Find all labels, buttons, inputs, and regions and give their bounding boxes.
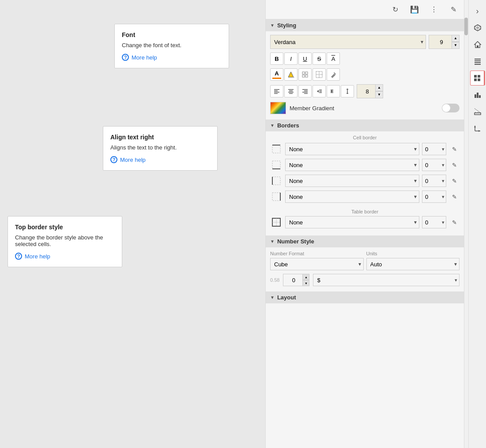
fill-color-button[interactable] — [284, 68, 298, 81]
layout-arrow-icon: ▼ — [270, 295, 275, 300]
cube-icon-button[interactable] — [470, 20, 485, 35]
border-size-3-wrapper[interactable]: 012 — [422, 175, 446, 187]
border-select-2[interactable]: NoneSolidDashed — [285, 159, 419, 171]
border-row-2: NoneSolidDashed 012 ✎ — [270, 159, 460, 171]
font-size-wrapper[interactable]: ▲ ▼ — [429, 35, 460, 49]
align-center-button[interactable] — [284, 85, 298, 97]
spacing-wrapper[interactable]: ▲ ▼ — [357, 84, 383, 98]
arrow-icon-button[interactable] — [470, 121, 485, 136]
border-size-table-wrapper[interactable]: 012 — [422, 216, 446, 228]
indent-right-icon — [330, 88, 336, 94]
indent-right-button[interactable] — [327, 85, 340, 97]
font-size-up[interactable]: ▲ — [452, 35, 460, 42]
eraser-button[interactable] — [327, 68, 340, 81]
currency-wrapper[interactable]: $€£ — [313, 274, 460, 286]
svg-marker-68 — [478, 130, 480, 132]
border-size-2-wrapper[interactable]: 012 — [422, 159, 446, 171]
cube-icon — [474, 24, 482, 32]
border-select-2-wrapper[interactable]: NoneSolidDashed — [285, 159, 419, 171]
border-select-4[interactable]: NoneSolidDashed — [285, 190, 419, 203]
strikethrough-button[interactable]: S — [313, 52, 326, 65]
border-size-3[interactable]: 012 — [422, 175, 446, 187]
border-size-1-wrapper[interactable]: 012 — [422, 143, 446, 155]
decimal-up[interactable]: ▲ — [302, 274, 309, 280]
bold-button[interactable]: B — [270, 52, 283, 65]
spacing-down[interactable]: ▼ — [375, 91, 383, 98]
more-menu-button[interactable]: ⋮ — [427, 3, 441, 17]
expand-icon-button[interactable]: › — [470, 4, 485, 19]
bar-chart-icon-button[interactable] — [470, 87, 485, 102]
text-color-button[interactable]: A — [270, 68, 283, 81]
home-icon-button[interactable] — [470, 37, 485, 52]
member-gradient-toggle[interactable] — [442, 104, 460, 112]
panel-content[interactable]: ↻ 💾 ⋮ ✎ ▼ Styling Verdana Arial Times Ne… — [266, 0, 464, 448]
spacing-up[interactable]: ▲ — [375, 84, 383, 91]
align-more-help[interactable]: ? More help — [110, 156, 210, 163]
units-select-wrapper[interactable]: AutoThousandsMillions — [366, 258, 460, 270]
styling-arrow-icon: ▼ — [270, 23, 275, 28]
left-area: Font Change the font of text. ? More hel… — [0, 0, 265, 448]
member-gradient-row: Member Gradient — [270, 102, 460, 114]
line-height-button[interactable] — [341, 85, 354, 97]
font-tooltip-title: Font — [122, 31, 222, 38]
border-size-2[interactable]: 012 — [422, 159, 446, 171]
border-select-1-wrapper[interactable]: NoneSolidDashed — [285, 143, 419, 155]
border-grid2-icon — [316, 71, 323, 78]
font-more-help[interactable]: ? More help — [122, 54, 222, 61]
border-select-1[interactable]: NoneSolidDashed — [285, 143, 419, 155]
border-select-3[interactable]: NoneSolidDashed — [285, 175, 419, 187]
grid-icon-button[interactable] — [470, 71, 485, 86]
border-size-table[interactable]: 012 — [422, 216, 446, 228]
border-size-1[interactable]: 012 — [422, 143, 446, 155]
font-size-down[interactable]: ▼ — [452, 42, 460, 49]
scrollbar-track[interactable] — [464, 0, 468, 448]
currency-select[interactable]: $€£ — [313, 274, 460, 286]
number-format-select[interactable]: CubeNumberPercent — [270, 258, 364, 270]
border-edit-3[interactable]: ✎ — [449, 175, 460, 187]
border-edit-2[interactable]: ✎ — [449, 159, 460, 171]
units-select[interactable]: AutoThousandsMillions — [366, 258, 460, 270]
border-more-help[interactable]: ? More help — [15, 253, 115, 260]
refresh-button[interactable]: ↻ — [388, 3, 402, 17]
border-edit-4[interactable]: ✎ — [449, 190, 460, 203]
save-button[interactable]: 💾 — [407, 3, 422, 17]
italic-button[interactable]: I — [284, 52, 298, 65]
number-format-select-wrapper[interactable]: CubeNumberPercent — [270, 258, 364, 270]
underline-button[interactable]: U — [298, 52, 312, 65]
border-select-4-wrapper[interactable]: NoneSolidDashed — [285, 190, 419, 203]
border-select-3-wrapper[interactable]: NoneSolidDashed — [285, 175, 419, 187]
border-grid1-button[interactable] — [298, 68, 312, 81]
border-tooltip-desc: Change the border style above the select… — [15, 234, 115, 247]
font-select[interactable]: Verdana Arial Times New Roman — [270, 35, 426, 49]
font-size-spinners: ▲ ▼ — [452, 35, 460, 49]
border-size-4-wrapper[interactable]: 012 — [422, 190, 446, 203]
decimal-num-wrapper[interactable]: ▲ ▼ — [283, 274, 309, 286]
svg-marker-0 — [288, 72, 294, 77]
scrollbar-thumb[interactable] — [464, 18, 468, 35]
edit-button[interactable]: ✎ — [446, 3, 460, 17]
border-edit-table[interactable]: ✎ — [449, 216, 460, 228]
list-icon-button[interactable] — [470, 54, 485, 69]
align-left-button[interactable] — [270, 85, 283, 97]
decimal-down[interactable]: ▼ — [302, 280, 309, 286]
layout-section-header[interactable]: ▼ Layout — [266, 291, 464, 303]
styling-section-header[interactable]: ▼ Styling — [266, 19, 464, 31]
number-style-section-header[interactable]: ▼ Number Style — [266, 235, 464, 247]
font-select-wrapper[interactable]: Verdana Arial Times New Roman — [270, 35, 426, 49]
borders-section-header[interactable]: ▼ Borders — [266, 119, 464, 131]
border-icon-table — [270, 216, 283, 228]
overline-button[interactable]: A — [327, 52, 340, 65]
border-grid2-button[interactable] — [313, 68, 326, 81]
border-select-table-wrapper[interactable]: NoneSolidDashed — [285, 216, 419, 228]
svg-rect-56 — [475, 94, 476, 98]
indent-left-icon — [316, 88, 322, 94]
indent-left-button[interactable] — [313, 85, 326, 97]
border-select-table[interactable]: NoneSolidDashed — [285, 216, 419, 228]
border-edit-1[interactable]: ✎ — [449, 143, 460, 155]
ruler-icon-button[interactable] — [470, 104, 485, 119]
right-sidebar: › — [468, 0, 486, 448]
color-toolbar: A — [270, 68, 460, 81]
align-right-button[interactable] — [298, 85, 312, 97]
border-size-4[interactable]: 012 — [422, 190, 446, 203]
border-row-1: NoneSolidDashed 012 ✎ — [270, 143, 460, 155]
